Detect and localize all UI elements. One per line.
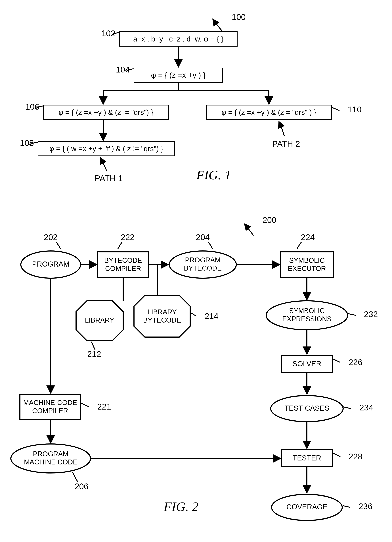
- fig1-title: FIG. 1: [196, 168, 231, 182]
- node-104: φ = { (z =x +y ) } 104: [116, 65, 223, 82]
- leader-110: [332, 107, 339, 111]
- leader-222: [118, 242, 122, 249]
- node-108: φ = { ( w =x +y + "t") & ( z != "qrs") }…: [20, 138, 175, 156]
- node-106-text: φ = { (z =x +y ) & (z != "qrs") }: [58, 108, 153, 116]
- pmc-l1: PROGRAM: [33, 450, 69, 458]
- node-tester: TESTER: [281, 450, 332, 467]
- bc-l1: BYTECODE: [104, 257, 142, 264]
- fig2-title: FIG. 2: [164, 499, 198, 514]
- path1-label: PATH 1: [95, 173, 122, 183]
- figure-1: 100 a=x , b=y , c=z , d=w, φ = { } 102 φ…: [20, 12, 362, 183]
- num-204: 204: [196, 233, 210, 242]
- lb-l2: BYTECODE: [143, 316, 181, 324]
- mc-l2: COMPILER: [32, 407, 68, 415]
- leader-204: [208, 242, 213, 249]
- num-221: 221: [97, 402, 111, 411]
- num-106: 106: [25, 102, 39, 111]
- node-108-text: φ = { ( w =x +y + "t") & ( z != "qrs") }: [49, 145, 163, 152]
- num-202: 202: [44, 233, 58, 242]
- se-l1: SYMBOLIC: [289, 257, 325, 264]
- pb-l2: BYTECODE: [184, 264, 222, 272]
- figure-2: 200 202 222 204 224 PROGRAM BYTECODE COM…: [11, 215, 378, 520]
- leader-202: [56, 242, 61, 249]
- leader-226: [333, 359, 340, 363]
- node-program: PROGRAM: [21, 251, 81, 278]
- num-232: 232: [364, 309, 378, 319]
- leader-234: [343, 407, 351, 409]
- node-102: a=x , b=y , c=z , d=w, φ = { } 102: [101, 29, 237, 46]
- node-102-text: a=x , b=y , c=z , d=w, φ = { }: [133, 35, 223, 43]
- sx-l1: SYMBOLIC: [289, 307, 325, 314]
- node-machine-code-compiler: MACHINE-CODE COMPILER: [20, 394, 81, 419]
- pb-l1: PROGRAM: [185, 256, 221, 264]
- num-214: 214: [205, 311, 218, 321]
- num-224: 224: [301, 233, 315, 242]
- node-library: LIBRARY: [76, 301, 123, 341]
- node-106: φ = { (z =x +y ) & (z != "qrs") } 106: [25, 102, 168, 119]
- bc-l2: COMPILER: [105, 265, 141, 272]
- svg-rect-14: [20, 394, 81, 419]
- leader-236: [343, 506, 350, 507]
- node-bytecode-compiler: BYTECODE COMPILER: [98, 252, 148, 277]
- se-l2: EXECUTOR: [288, 265, 326, 272]
- node-104-text: φ = { (z =x +y ) }: [151, 71, 206, 79]
- node-110: φ = { (z =x +y ) & (z = "qrs" ) } 110: [207, 105, 362, 119]
- node-coverage: COVERAGE: [272, 494, 342, 520]
- node-symbolic-expressions: SYMBOLIC EXPRESSIONS: [266, 301, 348, 330]
- tester-text: TESTER: [293, 454, 321, 462]
- path1-arrow: [101, 158, 107, 171]
- ref-200-arrow: [244, 224, 254, 236]
- node-solver: SOLVER: [281, 355, 332, 372]
- svg-rect-8: [281, 252, 333, 277]
- mc-l1: MACHINE-CODE: [23, 399, 77, 406]
- lib-text: LIBRARY: [85, 316, 114, 324]
- tc-text: TEST CASES: [284, 404, 329, 412]
- cov-text: COVERAGE: [286, 503, 328, 511]
- node-program-machine-code: PROGRAM MACHINE CODE: [11, 444, 90, 473]
- svg-marker-10: [134, 295, 190, 337]
- sx-l2: EXPRESSIONS: [282, 315, 332, 323]
- leader-228: [333, 453, 340, 457]
- node-program-text: PROGRAM: [32, 260, 69, 268]
- num-222: 222: [121, 233, 135, 242]
- node-110-text: φ = { (z =x +y ) & (z = "qrs" ) }: [222, 108, 316, 116]
- num-226: 226: [349, 358, 362, 367]
- path2-label: PATH 2: [272, 139, 300, 149]
- node-program-bytecode: PROGRAM BYTECODE: [169, 251, 236, 278]
- node-library-bytecode: LIBRARY BYTECODE: [134, 295, 190, 337]
- num-236: 236: [359, 502, 372, 511]
- num-102: 102: [101, 29, 115, 38]
- ref-100-arrow: [213, 19, 223, 32]
- leader-212: [91, 341, 95, 350]
- ref-200: 200: [263, 215, 276, 225]
- lb-l1: LIBRARY: [147, 308, 177, 316]
- leader-221: [81, 403, 89, 407]
- num-228: 228: [349, 452, 362, 461]
- solver-text: SOLVER: [292, 360, 321, 368]
- num-212: 212: [87, 349, 101, 359]
- leader-232: [348, 314, 356, 315]
- leader-224: [297, 242, 302, 249]
- path2-arrow: [279, 121, 284, 136]
- leader-214: [191, 313, 196, 316]
- num-110: 110: [348, 105, 362, 114]
- num-206: 206: [74, 482, 89, 491]
- leader-206: [72, 472, 78, 482]
- pmc-l2: MACHINE CODE: [24, 458, 78, 466]
- num-108: 108: [20, 138, 34, 148]
- node-test-cases: TEST CASES: [271, 396, 343, 422]
- num-104: 104: [116, 65, 130, 74]
- num-234: 234: [359, 403, 373, 412]
- ref-100: 100: [232, 12, 246, 22]
- node-symbolic-executor: SYMBOLIC EXECUTOR: [281, 252, 333, 277]
- svg-rect-6: [98, 252, 148, 277]
